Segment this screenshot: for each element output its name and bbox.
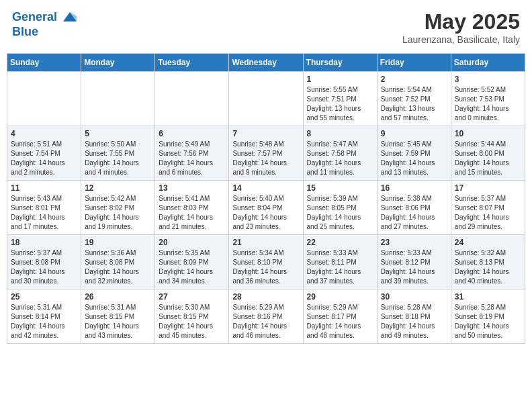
weekday-header-monday: Monday: [81, 54, 155, 72]
day-number: 1: [307, 75, 373, 84]
day-info: Sunrise: 5:37 AMSunset: 8:08 PMDaylight:…: [11, 248, 77, 286]
day-info: Sunrise: 5:35 AMSunset: 8:09 PMDaylight:…: [159, 248, 225, 286]
day-info: Sunrise: 5:32 AMSunset: 8:13 PMDaylight:…: [455, 248, 521, 286]
day-number: 26: [85, 292, 151, 302]
calendar-cell: 5Sunrise: 5:50 AMSunset: 7:55 PMDaylight…: [81, 126, 155, 181]
day-info: Sunrise: 5:47 AMSunset: 7:58 PMDaylight:…: [307, 140, 373, 177]
calendar-table: SundayMondayTuesdayWednesdayThursdayFrid…: [7, 53, 525, 344]
calendar-cell: 18Sunrise: 5:37 AMSunset: 8:08 PMDayligh…: [7, 235, 81, 289]
day-info: Sunrise: 5:29 AMSunset: 8:17 PMDaylight:…: [307, 303, 373, 340]
calendar-cell: 11Sunrise: 5:43 AMSunset: 8:01 PMDayligh…: [7, 181, 81, 235]
calendar-cell: [155, 72, 229, 126]
day-info: Sunrise: 5:41 AMSunset: 8:03 PMDaylight:…: [159, 194, 225, 232]
day-number: 8: [307, 129, 373, 138]
calendar-week-2: 4Sunrise: 5:51 AMSunset: 7:54 PMDaylight…: [7, 126, 525, 181]
day-info: Sunrise: 5:36 AMSunset: 8:08 PMDaylight:…: [85, 248, 151, 286]
calendar-cell: 15Sunrise: 5:39 AMSunset: 8:05 PMDayligh…: [303, 181, 377, 235]
day-info: Sunrise: 5:39 AMSunset: 8:05 PMDaylight:…: [307, 194, 373, 232]
weekday-header-thursday: Thursday: [303, 54, 377, 72]
day-info: Sunrise: 5:31 AMSunset: 8:15 PMDaylight:…: [85, 303, 151, 340]
day-number: 22: [307, 238, 373, 247]
day-info: Sunrise: 5:51 AMSunset: 7:54 PMDaylight:…: [11, 140, 77, 177]
day-number: 17: [455, 183, 521, 193]
calendar-cell: 23Sunrise: 5:33 AMSunset: 8:12 PMDayligh…: [377, 235, 451, 289]
day-number: 12: [85, 183, 151, 193]
location-title: Laurenzana, Basilicate, Italy: [402, 34, 520, 45]
day-info: Sunrise: 5:33 AMSunset: 8:12 PMDaylight:…: [381, 248, 447, 286]
calendar-cell: 22Sunrise: 5:33 AMSunset: 8:11 PMDayligh…: [303, 235, 377, 289]
month-title: May 2025: [402, 9, 520, 34]
day-info: Sunrise: 5:37 AMSunset: 8:07 PMDaylight:…: [455, 194, 521, 232]
day-number: 29: [307, 292, 373, 302]
day-info: Sunrise: 5:31 AMSunset: 8:14 PMDaylight:…: [11, 303, 77, 340]
day-info: Sunrise: 5:44 AMSunset: 8:00 PMDaylight:…: [455, 140, 521, 177]
day-info: Sunrise: 5:43 AMSunset: 8:01 PMDaylight:…: [11, 194, 77, 232]
calendar-cell: 13Sunrise: 5:41 AMSunset: 8:03 PMDayligh…: [155, 181, 229, 235]
day-info: Sunrise: 5:42 AMSunset: 8:02 PMDaylight:…: [85, 194, 151, 232]
calendar-cell: 25Sunrise: 5:31 AMSunset: 8:14 PMDayligh…: [7, 289, 81, 344]
day-number: 13: [159, 183, 225, 193]
calendar-cell: 2Sunrise: 5:54 AMSunset: 7:52 PMDaylight…: [377, 72, 451, 126]
day-info: Sunrise: 5:28 AMSunset: 8:18 PMDaylight:…: [381, 303, 447, 340]
logo-text: General: [12, 9, 78, 26]
day-number: 7: [232, 129, 299, 138]
day-info: Sunrise: 5:28 AMSunset: 8:19 PMDaylight:…: [455, 303, 521, 340]
calendar-cell: 20Sunrise: 5:35 AMSunset: 8:09 PMDayligh…: [155, 235, 229, 289]
day-number: 31: [455, 292, 521, 302]
logo-icon: [62, 9, 78, 26]
day-info: Sunrise: 5:54 AMSunset: 7:52 PMDaylight:…: [381, 85, 447, 123]
calendar-cell: 4Sunrise: 5:51 AMSunset: 7:54 PMDaylight…: [7, 126, 81, 181]
calendar-cell: 1Sunrise: 5:55 AMSunset: 7:51 PMDaylight…: [303, 72, 377, 126]
weekday-header-friday: Friday: [377, 54, 451, 72]
day-number: 11: [11, 183, 77, 193]
calendar-cell: 14Sunrise: 5:40 AMSunset: 8:04 PMDayligh…: [229, 181, 303, 235]
day-number: 16: [381, 183, 447, 193]
calendar-cell: [81, 72, 155, 126]
weekday-header-row: SundayMondayTuesdayWednesdayThursdayFrid…: [7, 54, 525, 72]
calendar-cell: 7Sunrise: 5:48 AMSunset: 7:57 PMDaylight…: [229, 126, 303, 181]
weekday-header-sunday: Sunday: [7, 54, 81, 72]
day-number: 4: [11, 129, 77, 138]
day-number: 19: [85, 238, 151, 247]
day-number: 2: [381, 75, 447, 84]
day-number: 25: [11, 292, 77, 302]
weekday-header-tuesday: Tuesday: [155, 54, 229, 72]
day-info: Sunrise: 5:38 AMSunset: 8:06 PMDaylight:…: [381, 194, 447, 232]
day-number: 30: [381, 292, 447, 302]
day-number: 6: [159, 129, 225, 138]
calendar-cell: 30Sunrise: 5:28 AMSunset: 8:18 PMDayligh…: [377, 289, 451, 344]
day-info: Sunrise: 5:40 AMSunset: 8:04 PMDaylight:…: [232, 194, 299, 232]
calendar-cell: 6Sunrise: 5:49 AMSunset: 7:56 PMDaylight…: [155, 126, 229, 181]
day-number: 23: [381, 238, 447, 247]
calendar-cell: 24Sunrise: 5:32 AMSunset: 8:13 PMDayligh…: [451, 235, 525, 289]
calendar-cell: 31Sunrise: 5:28 AMSunset: 8:19 PMDayligh…: [451, 289, 525, 344]
day-number: 20: [159, 238, 225, 247]
weekday-header-wednesday: Wednesday: [229, 54, 303, 72]
day-info: Sunrise: 5:30 AMSunset: 8:15 PMDaylight:…: [159, 303, 225, 340]
calendar-cell: 28Sunrise: 5:29 AMSunset: 8:16 PMDayligh…: [229, 289, 303, 344]
calendar-cell: 26Sunrise: 5:31 AMSunset: 8:15 PMDayligh…: [81, 289, 155, 344]
day-info: Sunrise: 5:34 AMSunset: 8:10 PMDaylight:…: [232, 248, 299, 286]
day-number: 5: [85, 129, 151, 138]
day-info: Sunrise: 5:50 AMSunset: 7:55 PMDaylight:…: [85, 140, 151, 177]
day-info: Sunrise: 5:33 AMSunset: 8:11 PMDaylight:…: [307, 248, 373, 286]
logo-blue: Blue: [12, 26, 78, 39]
day-info: Sunrise: 5:29 AMSunset: 8:16 PMDaylight:…: [232, 303, 299, 340]
page-header: General Blue May 2025 Laurenzana, Basili…: [7, 7, 525, 48]
calendar-cell: 10Sunrise: 5:44 AMSunset: 8:00 PMDayligh…: [451, 126, 525, 181]
logo: General Blue: [12, 9, 78, 39]
day-info: Sunrise: 5:49 AMSunset: 7:56 PMDaylight:…: [159, 140, 225, 177]
calendar-cell: 17Sunrise: 5:37 AMSunset: 8:07 PMDayligh…: [451, 181, 525, 235]
day-number: 14: [232, 183, 299, 193]
calendar-cell: 21Sunrise: 5:34 AMSunset: 8:10 PMDayligh…: [229, 235, 303, 289]
calendar-cell: 16Sunrise: 5:38 AMSunset: 8:06 PMDayligh…: [377, 181, 451, 235]
day-info: Sunrise: 5:55 AMSunset: 7:51 PMDaylight:…: [307, 85, 373, 123]
calendar-cell: 3Sunrise: 5:52 AMSunset: 7:53 PMDaylight…: [451, 72, 525, 126]
calendar-cell: 27Sunrise: 5:30 AMSunset: 8:15 PMDayligh…: [155, 289, 229, 344]
calendar-week-5: 25Sunrise: 5:31 AMSunset: 8:14 PMDayligh…: [7, 289, 525, 344]
day-number: 3: [455, 75, 521, 84]
day-number: 24: [455, 238, 521, 247]
day-number: 9: [381, 129, 447, 138]
day-info: Sunrise: 5:48 AMSunset: 7:57 PMDaylight:…: [232, 140, 299, 177]
day-number: 10: [455, 129, 521, 138]
